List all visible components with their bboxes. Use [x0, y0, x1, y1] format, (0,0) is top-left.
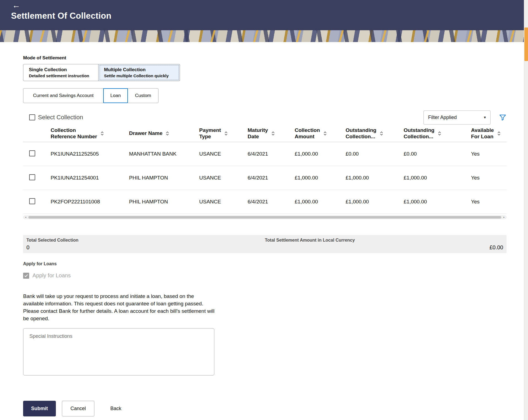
- cell-outstanding-1: £1,000.00: [346, 199, 404, 205]
- multiple-collection-title: Multiple Collection: [104, 67, 146, 73]
- filter-applied-dropdown[interactable]: Filter Applied ▾: [423, 110, 491, 125]
- column-label: Amount: [295, 134, 320, 140]
- sort-icon[interactable]: [224, 131, 228, 136]
- mode-of-settlement-label: Mode of Settlement: [23, 55, 507, 61]
- cell-outstanding-1: £0.00: [346, 151, 404, 157]
- cell-outstanding-1: £1,000.00: [346, 175, 404, 181]
- column-label: Collection...: [404, 134, 434, 140]
- column-label: Outstanding: [346, 127, 376, 133]
- back-arrow-icon[interactable]: ←: [12, 1, 20, 9]
- cell-maturity-date: 6/4/2021: [248, 175, 295, 181]
- row-checkbox[interactable]: [29, 198, 35, 204]
- tab-current-and-savings-account[interactable]: Current and Savings Account: [23, 88, 103, 103]
- single-collection-option[interactable]: Single Collection Detailed settlement in…: [23, 64, 99, 81]
- filter-icon[interactable]: [499, 114, 507, 121]
- sort-icon[interactable]: [323, 131, 327, 136]
- column-label: Available: [471, 127, 494, 133]
- horizontal-scrollbar-thumb[interactable]: [28, 216, 501, 219]
- column-label: Outstanding: [404, 127, 434, 133]
- single-collection-title: Single Collection: [29, 67, 67, 73]
- cell-available-for-loan: Yes: [471, 151, 507, 157]
- total-selected-collection-value: 0: [26, 244, 265, 251]
- select-collection-label: Select Collection: [38, 114, 83, 121]
- column-drawer-name: Drawer Name: [129, 130, 199, 136]
- cell-outstanding-2: £1,000.00: [404, 175, 471, 181]
- apply-for-loans-checkbox-label: Apply for Loans: [32, 272, 71, 279]
- sort-icon[interactable]: [166, 131, 169, 136]
- cell-available-for-loan: Yes: [471, 199, 507, 205]
- column-maturity-date: MaturityDate: [248, 127, 295, 140]
- multiple-collection-subtitle: Settle multiple Collection quickly: [104, 73, 169, 78]
- select-collection-row: Select Collection Filter Applied ▾: [23, 110, 507, 125]
- cell-collection-reference: PK1IUNA211252505: [51, 151, 129, 157]
- table-row: PK1IUNA211254001 PHIL HAMPTON USANCE 6/4…: [23, 166, 507, 190]
- column-label: Date: [248, 134, 268, 140]
- column-available-for-loan: AvailableFor Loan: [471, 127, 507, 140]
- horizontal-scrollbar[interactable]: ◄ ►: [23, 215, 507, 219]
- column-label: Collection...: [346, 134, 376, 140]
- action-buttons: Submit Cancel Back: [23, 401, 507, 416]
- sort-icon[interactable]: [271, 131, 275, 136]
- scroll-left-icon[interactable]: ◄: [23, 216, 28, 219]
- page-title: Settlement Of Collection: [11, 11, 111, 21]
- cancel-button[interactable]: Cancel: [62, 401, 94, 416]
- sort-icon[interactable]: [100, 131, 104, 136]
- cell-collection-reference: PK1IUNA211254001: [51, 175, 129, 181]
- chevron-down-icon: ▾: [484, 115, 486, 120]
- single-collection-subtitle: Detailed settlement instruction: [29, 73, 89, 78]
- tab-custom[interactable]: Custom: [128, 88, 158, 103]
- column-label: Payment: [199, 127, 221, 133]
- cell-maturity-date: 6/4/2021: [248, 199, 295, 205]
- select-all-checkbox[interactable]: [29, 114, 35, 120]
- cell-payment-type: USANCE: [199, 151, 248, 157]
- column-outstanding-collection-2: OutstandingCollection...: [404, 127, 471, 140]
- sort-icon[interactable]: [380, 131, 383, 136]
- column-label: For Loan: [471, 134, 494, 140]
- multiple-collection-option[interactable]: Multiple Collection Settle multiple Coll…: [99, 64, 180, 81]
- mode-of-settlement-toggle: Single Collection Detailed settlement in…: [23, 64, 507, 81]
- column-collection-amount: CollectionAmount: [295, 127, 346, 140]
- total-settlement-amount-value: £0.00: [489, 244, 503, 251]
- cell-drawer-name: PHIL HAMPTON: [129, 175, 199, 181]
- cell-payment-type: USANCE: [199, 175, 248, 181]
- column-label: Type: [199, 134, 221, 140]
- table-row: PK1IUNA211252505 MANHATTAN BANK USANCE 6…: [23, 142, 507, 166]
- back-button[interactable]: Back: [105, 401, 127, 416]
- sort-icon[interactable]: [497, 131, 501, 136]
- apply-for-loans-checkbox[interactable]: [23, 273, 29, 279]
- total-settlement-amount-label: Total Settlement Amount in Local Currenc…: [265, 238, 504, 243]
- cell-maturity-date: 6/4/2021: [248, 151, 295, 157]
- scroll-right-icon[interactable]: ►: [502, 216, 506, 219]
- cell-available-for-loan: Yes: [471, 175, 507, 181]
- cell-drawer-name: MANHATTAN BANK: [129, 151, 199, 157]
- apply-for-loans-section-label: Apply for Loans: [23, 261, 507, 266]
- column-label: Drawer Name: [129, 130, 162, 136]
- column-label: Collection: [295, 127, 320, 133]
- row-checkbox[interactable]: [29, 174, 35, 180]
- filter-dropdown-value: Filter Applied: [428, 115, 457, 120]
- vertical-scrollbar-thumb[interactable]: [524, 27, 528, 61]
- sort-icon[interactable]: [438, 131, 441, 136]
- settlement-account-tabs: Current and Savings Account Loan Custom: [23, 88, 507, 103]
- cell-outstanding-2: £1,000.00: [404, 199, 471, 205]
- column-label: Maturity: [248, 127, 268, 133]
- table-header-row: CollectionReference Number Drawer Name P…: [23, 125, 507, 142]
- column-label: Reference Number: [51, 134, 97, 140]
- row-checkbox[interactable]: [29, 150, 35, 156]
- totals-bar: Total Selected Collection 0 Total Settle…: [23, 235, 507, 253]
- app-header: ← Settlement Of Collection: [0, 0, 524, 30]
- main-content: Mode of Settlement Single Collection Det…: [0, 42, 524, 416]
- cell-outstanding-2: £0.00: [404, 151, 471, 157]
- cell-payment-type: USANCE: [199, 199, 248, 205]
- column-outstanding-collection-1: OutstandingCollection...: [346, 127, 404, 140]
- special-instructions-textarea[interactable]: [23, 328, 214, 375]
- column-label: Collection: [51, 127, 97, 133]
- vertical-scrollbar[interactable]: [524, 0, 528, 420]
- tab-loan[interactable]: Loan: [103, 88, 128, 103]
- apply-for-loans-row: Apply for Loans: [23, 272, 507, 279]
- submit-button[interactable]: Submit: [23, 401, 56, 416]
- cell-collection-amount: £1,000.00: [295, 199, 346, 205]
- cell-collection-reference: PK2FOP2221101008: [51, 199, 129, 205]
- column-payment-type: PaymentType: [199, 127, 248, 140]
- decorative-banner: [0, 30, 524, 42]
